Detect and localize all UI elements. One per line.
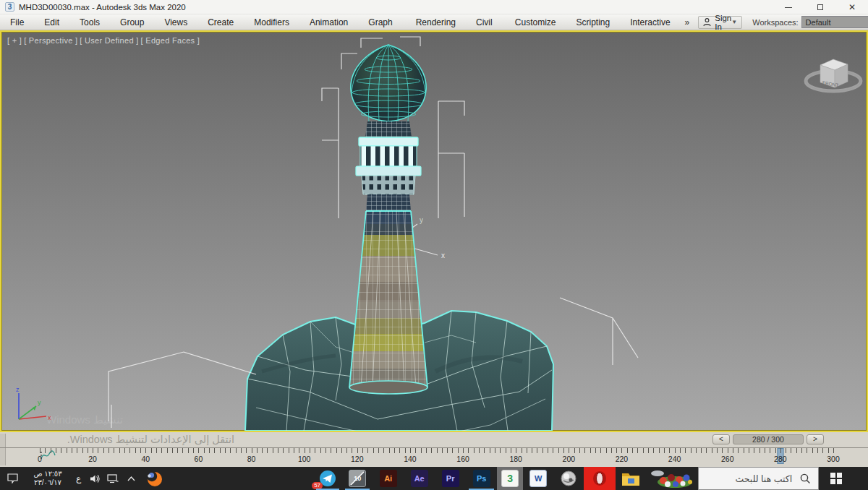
taskbar-illustrator[interactable]: Ai bbox=[373, 467, 404, 490]
menu-item-group[interactable]: Group bbox=[110, 14, 154, 30]
activation-watermark: انتقل إلى الإعدادات لتنشيط Windows. bbox=[46, 434, 234, 445]
workspace-value: Default bbox=[806, 17, 831, 28]
frame-navigation: < 280 / 300 > bbox=[712, 434, 824, 445]
menu-item-edit[interactable]: Edit bbox=[34, 14, 69, 30]
close-button[interactable]: ✕ bbox=[836, 0, 868, 14]
taskbar-app-10[interactable]: 10 bbox=[342, 467, 373, 490]
sign-in-button[interactable]: Sign In ▼ bbox=[698, 16, 742, 29]
timeline-ruler[interactable]: 0204060801001201401601802002202402602803… bbox=[0, 447, 868, 467]
axis-y-label: y bbox=[38, 399, 41, 406]
person-icon bbox=[703, 18, 711, 27]
taskbar-search-box[interactable]: اكتب هنا للبحث bbox=[698, 467, 819, 490]
menu-item-customize[interactable]: Customize bbox=[505, 14, 566, 30]
system-tray: ١٢:٥٣ ص ٢٣/٠٦/١٧ ع bbox=[0, 467, 169, 490]
frame-indicator[interactable]: 280 / 300 bbox=[733, 434, 804, 444]
minimize-button[interactable] bbox=[773, 0, 804, 14]
timeline-frame-label: 40 bbox=[141, 455, 150, 463]
premiere-label: Pr bbox=[446, 474, 455, 483]
timeline-frame-label: 0 bbox=[38, 455, 42, 463]
viewcube-cube[interactable]: FRONT bbox=[820, 59, 848, 87]
premiere-icon: Pr bbox=[442, 470, 459, 487]
illustrator-icon: Ai bbox=[380, 470, 397, 487]
word-label: W bbox=[535, 474, 542, 483]
windows-logo-icon bbox=[830, 473, 842, 484]
taskbar-opera[interactable] bbox=[584, 467, 616, 490]
timeline-frame-label: 180 bbox=[509, 455, 522, 463]
taskbar-photoshop[interactable]: Ps bbox=[466, 467, 497, 490]
timeline-frame-label: 240 bbox=[668, 455, 681, 463]
workspaces-label: Workspaces: bbox=[752, 18, 798, 27]
menu-item-file[interactable]: File bbox=[0, 14, 34, 30]
menu-item-scripting[interactable]: Scripting bbox=[566, 14, 621, 30]
3ds-max-taskbar-icon: 3 bbox=[501, 470, 519, 487]
menu-item-tools[interactable]: Tools bbox=[69, 14, 110, 30]
clock-date: ٢٣/٠٦/١٧ bbox=[29, 478, 67, 488]
axis-z-label: z bbox=[16, 386, 20, 393]
menu-item-modifiers[interactable]: Modifiers bbox=[244, 14, 299, 30]
menu-item-interactive[interactable]: Interactive bbox=[620, 14, 680, 30]
photoshop-icon: Ps bbox=[473, 470, 490, 487]
3ds-max-app-icon: 3 bbox=[5, 2, 14, 12]
taskbar-3ds-max-active[interactable]: 3 bbox=[497, 467, 523, 490]
taskbar-word[interactable]: W bbox=[523, 467, 553, 490]
menu-item-animation[interactable]: Animation bbox=[299, 14, 358, 30]
photoshop-label: Ps bbox=[477, 474, 486, 483]
timeline-frame-label: 200 bbox=[563, 455, 576, 463]
word-icon: W bbox=[529, 470, 547, 487]
workspaces-control: Workspaces: Default ▼ bbox=[752, 16, 868, 28]
next-frame-button[interactable]: > bbox=[807, 434, 824, 444]
menu-item-graph-editors[interactable]: Graph Editors bbox=[358, 14, 405, 30]
menu-item-views[interactable]: Views bbox=[154, 14, 197, 30]
timeline-frame-label: 160 bbox=[456, 455, 469, 463]
menu-bar: FileEditToolsGroupViewsCreateModifiersAn… bbox=[0, 14, 868, 30]
network-display-icon bbox=[107, 474, 119, 483]
screen: 3 MHD3D00030.max - Autodesk 3ds Max 2020… bbox=[0, 0, 868, 490]
search-icon bbox=[799, 473, 811, 484]
action-center-button[interactable] bbox=[0, 467, 25, 490]
illustrator-label: Ai bbox=[384, 474, 392, 483]
tray-expand-button[interactable] bbox=[122, 467, 140, 490]
title-bar: 3 MHD3D00030.max - Autodesk 3ds Max 2020… bbox=[0, 0, 868, 14]
restore-button[interactable] bbox=[804, 0, 836, 14]
object-axis-x-label: x bbox=[441, 252, 445, 259]
timeline-area: انتقل إلى الإعدادات لتنشيط Windows. < 28… bbox=[0, 432, 868, 467]
network-button[interactable] bbox=[103, 467, 122, 490]
menu-overflow-chevron[interactable]: » bbox=[681, 17, 694, 27]
window-title: MHD3D00030.max - Autodesk 3ds Max 2020 bbox=[19, 3, 186, 12]
previous-frame-button[interactable]: < bbox=[712, 434, 730, 444]
taskbar-telegram[interactable]: 57 bbox=[313, 467, 342, 490]
timeline-frame-label: 80 bbox=[247, 455, 256, 463]
menu-items: FileEditToolsGroupViewsCreateModifiersAn… bbox=[0, 14, 681, 30]
timeline-frame-label: 60 bbox=[195, 455, 203, 463]
speaker-icon bbox=[90, 474, 101, 483]
taskbar-file-explorer[interactable] bbox=[616, 467, 646, 490]
taskbar-photos-app[interactable] bbox=[646, 467, 698, 490]
volume-button[interactable] bbox=[86, 467, 103, 490]
flowers-icon bbox=[649, 469, 695, 488]
firefox-icon bbox=[145, 470, 163, 487]
clock-time: ١٢:٥٣ ص bbox=[29, 470, 67, 479]
app-10-label: 10 bbox=[354, 475, 361, 482]
sign-in-dropdown-arrow: ▼ bbox=[731, 19, 737, 25]
language-indicator[interactable]: ع bbox=[76, 473, 81, 483]
perspective-viewport[interactable]: [ + ][ Perspective ][ User Defined ][ Ed… bbox=[0, 30, 868, 432]
lighthouse-model: x y bbox=[1, 32, 867, 431]
viewcube[interactable]: FRONT bbox=[800, 39, 867, 106]
search-placeholder: اكتب هنا للبحث bbox=[736, 473, 793, 484]
tray-clock[interactable]: ١٢:٥٣ ص ٢٣/٠٦/١٧ bbox=[29, 470, 67, 488]
menu-item-civil-view[interactable]: Civil View bbox=[466, 14, 505, 30]
menu-item-rendering[interactable]: Rendering bbox=[406, 14, 466, 30]
after-effects-icon: Ae bbox=[411, 470, 428, 487]
sign-in-label: Sign In bbox=[715, 14, 731, 31]
taskbar-firefox[interactable] bbox=[140, 467, 169, 490]
taskbar-after-effects[interactable]: Ae bbox=[404, 467, 435, 490]
timeline-frame-label: 120 bbox=[351, 455, 364, 463]
menu-item-create[interactable]: Create bbox=[197, 14, 244, 30]
folder-icon bbox=[621, 470, 640, 486]
taskbar: ١٢:٥٣ ص ٢٣/٠٦/١٧ ع bbox=[0, 467, 868, 490]
start-button[interactable] bbox=[819, 467, 854, 490]
taskbar-globe-app[interactable] bbox=[553, 467, 584, 490]
timeline-frame-label: 280 bbox=[774, 455, 787, 463]
taskbar-premiere[interactable]: Pr bbox=[435, 467, 466, 490]
workspace-select[interactable]: Default ▼ bbox=[801, 16, 868, 28]
